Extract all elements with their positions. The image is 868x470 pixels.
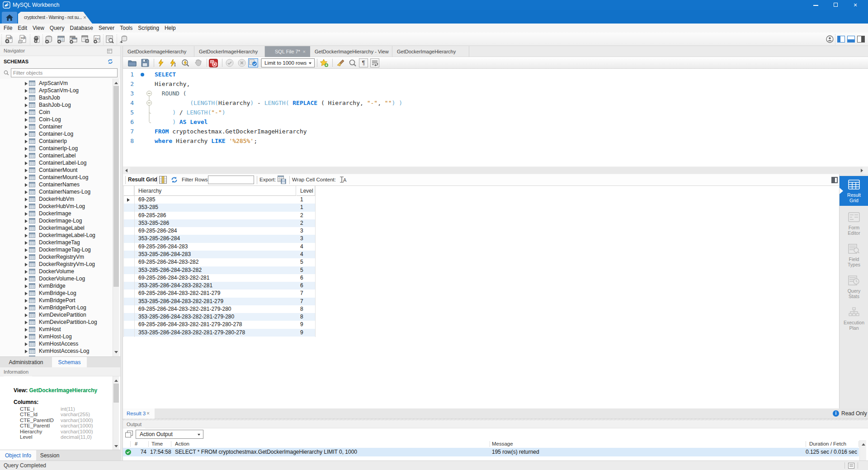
expand-arrow-icon[interactable]	[25, 263, 28, 266]
expand-arrow-icon[interactable]	[25, 198, 28, 201]
tree-item-KvmBridge[interactable]: KvmBridge	[0, 282, 112, 290]
tree-item-DockerVolume[interactable]: DockerVolume	[0, 268, 112, 275]
tab-object-info[interactable]: Object Info	[0, 450, 36, 461]
grid-columns-icon[interactable]	[159, 176, 167, 185]
tree-item-DockerImage-Log[interactable]: DockerImage-Log	[0, 217, 112, 224]
side-button-form-editor[interactable]: FormEditor	[840, 209, 868, 238]
maximize-button[interactable]	[828, 0, 844, 10]
tree-item-ContainerIp-Log[interactable]: ContainerIp-Log	[0, 145, 112, 152]
filter-rows-input[interactable]	[208, 176, 254, 184]
grid-row[interactable]: 69-285-2862	[123, 212, 315, 219]
tree-item-KvmHost[interactable]: KvmHost	[0, 326, 112, 333]
find-icon[interactable]	[349, 59, 357, 67]
tree-item-DockerRegistryVm-Log[interactable]: DockerRegistryVm-Log	[0, 261, 112, 268]
collapse-panel-icon[interactable]	[831, 176, 838, 185]
output-col-3[interactable]: Message	[492, 440, 513, 448]
user-badge-icon[interactable]	[826, 35, 834, 44]
tree-item-ContainerIp[interactable]: ContainerIp	[0, 138, 112, 145]
editor-tab-4[interactable]: GetDockerImageHierarchy	[392, 46, 469, 57]
tree-item-KvmDevicePartition[interactable]: KvmDevicePartition	[0, 311, 112, 318]
log-icon[interactable]	[848, 463, 854, 469]
grid-row[interactable]: 353-285-286-284-283-282-281-279-2808	[123, 313, 315, 321]
save-file-icon[interactable]	[141, 59, 149, 67]
expand-arrow-icon[interactable]	[25, 161, 28, 165]
tree-item-KvmHostAccess[interactable]: KvmHostAccess	[0, 340, 112, 347]
expand-arrow-icon[interactable]	[25, 96, 28, 100]
tree-item-DockerImageLabel[interactable]: DockerImageLabel	[0, 224, 112, 232]
refresh-schemas-icon[interactable]	[108, 59, 113, 64]
side-button-query-stats[interactable]: QueryStats	[840, 272, 868, 302]
expand-arrow-icon[interactable]	[25, 328, 28, 332]
grid-row[interactable]: 69-285-286-284-283-282-281-2797	[123, 290, 315, 297]
result-tab-close-icon[interactable]: ×	[146, 408, 150, 419]
expand-arrow-icon[interactable]	[25, 234, 28, 237]
expand-arrow-icon[interactable]	[25, 342, 28, 346]
expand-arrow-icon[interactable]	[25, 183, 28, 187]
grid-row[interactable]: 353-285-286-284-283-2825	[123, 266, 315, 274]
tree-item-Container-Log[interactable]: Container-Log	[0, 130, 112, 138]
grid-row[interactable]: 69-285-286-284-283-282-281-279-2808	[123, 305, 315, 313]
wrap-cell-icon[interactable]: A	[339, 176, 347, 185]
tree-item-Container[interactable]: Container	[0, 123, 112, 130]
connection-tab-close-icon[interactable]: ×	[83, 12, 86, 24]
expand-arrow-icon[interactable]	[25, 205, 28, 209]
show-invisibles-icon[interactable]: ¶	[359, 58, 368, 67]
toggle-autocommit-icon[interactable]	[248, 58, 258, 67]
output-log-row[interactable]: 7417:54:58SELECT * FROM cryptochestmax.G…	[123, 448, 859, 456]
expand-arrow-icon[interactable]	[25, 277, 28, 281]
toggle-stop-on-error-icon[interactable]	[209, 59, 217, 67]
search-objects-icon[interactable]	[105, 35, 114, 44]
editor-tab-close-icon[interactable]: ×	[303, 46, 306, 57]
output-col-0[interactable]: #	[135, 440, 137, 448]
side-button-execution-plan[interactable]: ExecutionPlan	[840, 304, 868, 333]
minimize-button[interactable]	[808, 0, 823, 10]
tree-item-ArpScanVm-Log[interactable]: ArpScanVm-Log	[0, 87, 112, 94]
expand-arrow-icon[interactable]	[25, 285, 28, 288]
expand-arrow-icon[interactable]	[25, 321, 28, 324]
home-tab[interactable]	[2, 12, 17, 24]
menu-help[interactable]: Help	[162, 24, 179, 33]
tree-item-ArpScanVm[interactable]: ArpScanVm	[0, 80, 112, 87]
editor-tab-3[interactable]: GetDockerImageHierarchy - View	[310, 46, 392, 57]
tree-item-DockerImageLabel-Log[interactable]: DockerImageLabel-Log	[0, 232, 112, 239]
grid-col-level[interactable]: Level	[300, 186, 313, 196]
grid-row[interactable]: 353-285-286-284-283-282-281-279-280-2789	[123, 329, 315, 337]
grid-row[interactable]: 353-2851	[123, 204, 315, 211]
grid-col-hierarchy[interactable]: Hierarchy	[138, 186, 161, 196]
editor-tab-2[interactable]: SQL File 7*×	[265, 46, 310, 57]
create-function-icon[interactable]: f(x)	[93, 35, 102, 44]
info-scrollbar[interactable]	[113, 376, 119, 451]
tree-item-Coin[interactable]: Coin	[0, 109, 112, 116]
menu-scripting[interactable]: Scripting	[135, 24, 162, 33]
connection-tab[interactable]: cryptochest - Warning - not su... ×	[18, 12, 92, 24]
expand-arrow-icon[interactable]	[25, 299, 28, 303]
side-button-field-types[interactable]: FieldTypes	[840, 240, 868, 270]
grid-row[interactable]: 353-285-2862	[123, 219, 315, 227]
expand-arrow-icon[interactable]	[25, 133, 28, 136]
menu-database[interactable]: Database	[67, 24, 96, 33]
execute-current-icon[interactable]	[169, 59, 177, 67]
expand-arrow-icon[interactable]	[25, 212, 28, 216]
expand-arrow-icon[interactable]	[25, 154, 28, 158]
menu-file[interactable]: File	[0, 24, 15, 33]
tab-result-3[interactable]: Result 3 ×	[123, 408, 155, 419]
tree-item-DockerHubVm-Log[interactable]: DockerHubVm-Log	[0, 203, 112, 210]
tree-item-DockerVolume-Log[interactable]: DockerVolume-Log	[0, 275, 112, 282]
tree-item-KvmHostAccess-Log[interactable]: KvmHostAccess-Log	[0, 347, 112, 355]
editor-hscrollbar[interactable]	[123, 166, 868, 174]
tree-item-Coin-Log[interactable]: Coin-Log	[0, 116, 112, 123]
tree-item-KvmBridgePort-Log[interactable]: KvmBridgePort-Log	[0, 304, 112, 311]
tab-session[interactable]: Session	[36, 450, 63, 461]
tree-item-BashJob-Log[interactable]: BashJob-Log	[0, 101, 112, 109]
grid-row[interactable]: 69-285-286-2843	[123, 227, 315, 235]
tree-item-KvmHost-Log[interactable]: KvmHost-Log	[0, 333, 112, 340]
tree-item-ContainerNames-Log[interactable]: ContainerNames-Log	[0, 188, 112, 195]
expand-arrow-icon[interactable]	[25, 256, 28, 259]
expand-arrow-icon[interactable]	[25, 270, 28, 274]
tree-item-DockerImageTag[interactable]: DockerImageTag	[0, 239, 112, 246]
grid-row[interactable]: 353-285-286-2843	[123, 235, 315, 242]
close-button[interactable]: ×	[849, 0, 864, 10]
open-file-icon[interactable]	[128, 59, 136, 67]
tree-item-DockerImage[interactable]: DockerImage	[0, 210, 112, 217]
output-scrollbar[interactable]	[859, 440, 866, 461]
